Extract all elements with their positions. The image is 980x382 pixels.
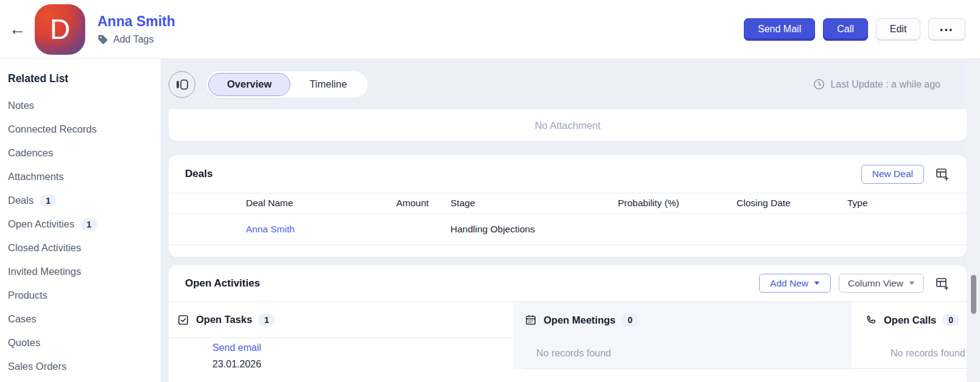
sidebar-item-label: Invited Meetings	[8, 266, 81, 277]
sidebar-item-label: Notes	[8, 100, 34, 111]
table-plus-icon	[935, 276, 950, 291]
open-meetings-column: Open Meetings 0 No records found	[513, 302, 852, 370]
sidebar-item-label: Cadences	[8, 147, 53, 159]
view-tabs: Overview Timeline	[206, 71, 368, 98]
open-tasks-count-badge: 1	[259, 314, 275, 326]
add-tags[interactable]: Add Tags	[97, 34, 175, 45]
sidebar-item-connected-records[interactable]: Connected Records	[8, 117, 161, 141]
view-toolbar: Overview Timeline Last Update : a while …	[161, 59, 980, 109]
sidebar-item-sales-orders[interactable]: Sales Orders	[8, 355, 161, 378]
call-button[interactable]: Call	[823, 18, 868, 41]
attachments-card: No Attachment	[169, 109, 967, 141]
no-records-text: No records found	[852, 338, 967, 369]
sidebar-item-label: Quotes	[8, 337, 40, 349]
sidebar-item-label: Closed Activities	[8, 242, 81, 254]
scrollbar-thumb[interactable]	[971, 275, 976, 314]
phone-icon	[866, 314, 877, 326]
sidebar-toggle-icon	[176, 79, 188, 90]
collapse-sidebar-button[interactable]	[169, 71, 195, 98]
sidebar-item-label: Deals	[8, 195, 33, 206]
no-records-text: No records found	[523, 338, 852, 369]
open-activities-count-badge: 1	[81, 218, 97, 231]
back-arrow-icon[interactable]: ←	[0, 21, 35, 38]
chevron-down-icon	[814, 281, 820, 285]
add-new-button[interactable]: Add New	[759, 274, 831, 293]
tab-timeline[interactable]: Timeline	[290, 73, 366, 96]
open-tasks-column: Open Tasks 1 Send email 23.01.2026	[169, 302, 513, 370]
table-plus-icon	[935, 167, 950, 181]
column-view-dropdown[interactable]: Column View	[839, 274, 924, 293]
column-deal-name: Deal Name	[246, 198, 396, 209]
sidebar-item-deals[interactable]: Deals 1	[8, 189, 161, 212]
related-list-title: Related List	[8, 72, 161, 85]
table-row[interactable]: Anna Smith Handling Objections	[169, 214, 967, 245]
deal-name-link[interactable]: Anna Smith	[246, 224, 396, 235]
clock-icon	[813, 78, 825, 90]
open-calls-label: Open Calls	[884, 314, 936, 326]
tag-icon	[97, 34, 108, 45]
open-activities-title: Open Activities	[185, 277, 260, 290]
column-type: Type	[847, 198, 967, 209]
column-closing-date: Closing Date	[737, 198, 847, 209]
sidebar-item-cadences[interactable]: Cadences	[8, 141, 161, 165]
task-due-date: 23.01.2026	[212, 359, 513, 370]
open-meetings-count-badge: 0	[622, 314, 638, 326]
list-item[interactable]: Send email 23.01.2026	[169, 338, 513, 370]
deal-stage: Handling Objections	[450, 224, 618, 235]
sidebar-item-label: Connected Records	[8, 123, 97, 135]
sidebar-item-attachments[interactable]: Attachments	[8, 165, 161, 189]
record-header: ← D Anna Smith Add Tags Send Mail Call E…	[0, 0, 980, 59]
column-view-label: Column View	[848, 278, 903, 289]
sidebar-item-label: Sales Orders	[8, 361, 66, 372]
new-deal-button[interactable]: New Deal	[861, 165, 924, 184]
edit-button[interactable]: Edit	[876, 18, 921, 41]
open-activities-card: Open Activities Add New Column View	[169, 265, 967, 382]
column-stage: Stage	[450, 198, 618, 209]
sidebar-item-label: Cases	[8, 313, 37, 325]
related-list-sidebar: Related List Notes Connected Records Cad…	[0, 59, 161, 382]
sidebar-item-cases[interactable]: Cases	[8, 307, 161, 331]
column-probability: Probability (%)	[618, 198, 737, 209]
no-attachment-text: No Attachment	[534, 120, 600, 131]
sidebar-item-label: Attachments	[8, 171, 64, 182]
deals-title: Deals	[185, 168, 212, 180]
record-detail-main: Overview Timeline Last Update : a while …	[161, 59, 980, 382]
avatar[interactable]: D	[35, 4, 85, 55]
edit-table-columns-button[interactable]	[935, 276, 950, 291]
open-meetings-label: Open Meetings	[544, 314, 615, 326]
edit-table-columns-button[interactable]	[935, 167, 950, 181]
task-icon	[177, 314, 189, 326]
add-tags-label: Add Tags	[113, 34, 153, 45]
open-calls-column: Open Calls 0 No records found	[852, 302, 967, 370]
sidebar-item-label: Products	[8, 290, 47, 301]
deals-card: Deals New Deal Deal Name Amount Stage Pr…	[169, 155, 967, 257]
open-tasks-label: Open Tasks	[196, 314, 252, 325]
add-new-label: Add New	[770, 278, 808, 289]
scrollbar-track[interactable]	[967, 59, 980, 382]
sidebar-item-invited-meetings[interactable]: Invited Meetings	[8, 260, 161, 283]
sidebar-item-quotes[interactable]: Quotes	[8, 331, 161, 355]
deals-count-badge: 1	[40, 195, 56, 207]
sidebar-item-open-activities[interactable]: Open Activities 1	[8, 212, 161, 236]
open-calls-count-badge: 0	[943, 314, 959, 326]
sidebar-item-products[interactable]: Products	[8, 283, 161, 307]
sidebar-item-notes[interactable]: Notes	[8, 94, 161, 117]
column-amount: Amount	[396, 198, 450, 209]
chevron-down-icon	[909, 281, 915, 285]
send-mail-button[interactable]: Send Mail	[744, 18, 815, 41]
tab-overview[interactable]: Overview	[208, 73, 290, 96]
task-title-link[interactable]: Send email	[212, 342, 513, 353]
calendar-icon	[525, 314, 537, 326]
sidebar-item-closed-activities[interactable]: Closed Activities	[8, 236, 161, 260]
last-update-text: Last Update : a while ago	[830, 79, 940, 90]
more-actions-button[interactable]: •••	[928, 18, 965, 41]
sidebar-item-label: Open Activities	[8, 218, 74, 230]
page-title: Anna Smith	[97, 13, 175, 30]
deals-table-header: Deal Name Amount Stage Probability (%) C…	[169, 193, 967, 214]
